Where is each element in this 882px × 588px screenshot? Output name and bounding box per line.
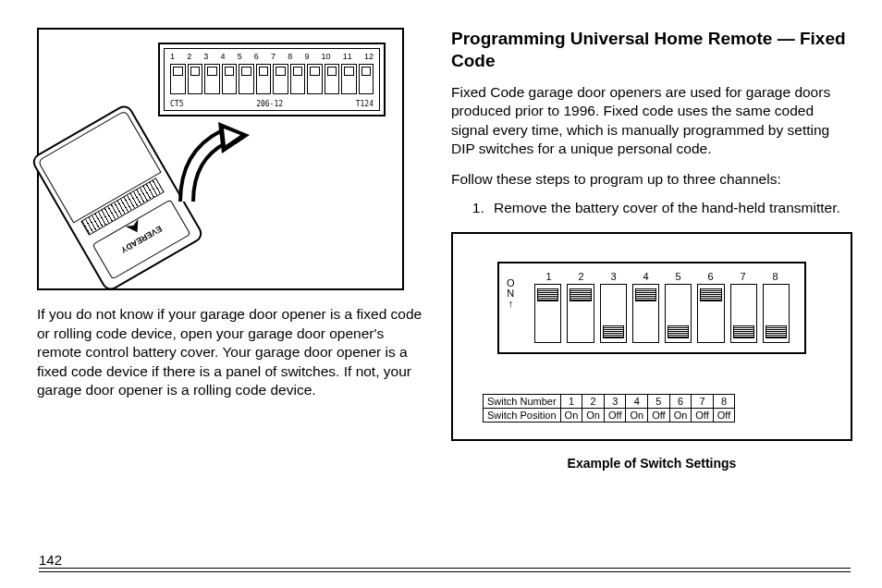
switch-slot-row	[534, 284, 790, 343]
dip-panel-8: O N ↑ 12345678	[497, 262, 806, 354]
page-number: 142	[39, 552, 67, 568]
step-item: Remove the battery cover of the hand-hel…	[488, 199, 852, 218]
page-footer-rule: 142	[39, 571, 851, 573]
figure-remote-dip: 123456789101112 CT5 206-12 T124	[37, 28, 404, 290]
steps-list: Remove the battery cover of the hand-hel…	[451, 199, 852, 218]
table-row: Switch Number 12345678	[484, 395, 735, 409]
dip-bottom-labels: CT5 206-12 T124	[170, 100, 374, 108]
figure-switch-settings: O N ↑ 12345678	[451, 232, 852, 441]
switch-number-row: 12345678	[534, 271, 790, 282]
callout-arrow-icon	[178, 118, 251, 207]
intro-paragraph: Fixed Code garage door openers are used …	[451, 83, 852, 159]
dip-switch-panel: 123456789101112 CT5 206-12 T124	[158, 43, 386, 116]
dip-number-row: 123456789101112	[170, 52, 374, 61]
follow-paragraph: Follow these steps to program up to thre…	[451, 170, 852, 190]
section-heading: Programming Universal Home Remote — Fixe…	[451, 28, 852, 72]
dip-switch-row	[170, 64, 374, 94]
table-row: Switch Position OnOnOffOnOffOnOffOff	[484, 409, 735, 423]
figure-caption: Example of Switch Settings	[451, 456, 852, 471]
switch-settings-table: Switch Number 12345678 Switch Position O…	[483, 394, 735, 423]
left-paragraph: If you do not know if your garage door o…	[37, 305, 425, 400]
on-direction-label: O N ↑	[507, 278, 515, 309]
